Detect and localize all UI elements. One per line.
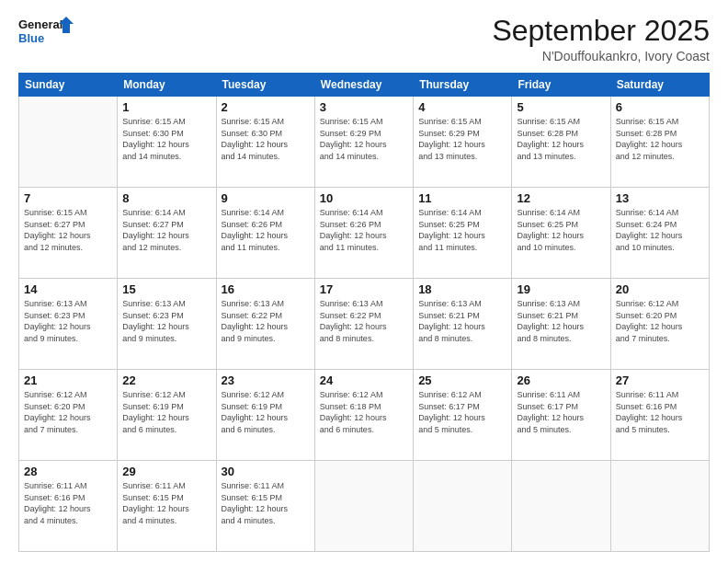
day-info: Sunrise: 6:11 AM Sunset: 6:16 PM Dayligh… [616, 389, 704, 435]
day-number: 7 [24, 191, 112, 205]
calendar-cell: 23Sunrise: 6:12 AM Sunset: 6:19 PM Dayli… [216, 370, 314, 461]
calendar-week-3: 14Sunrise: 6:13 AM Sunset: 6:23 PM Dayli… [19, 279, 710, 370]
day-number: 19 [517, 282, 605, 296]
day-number: 16 [222, 282, 310, 296]
calendar-week-2: 7Sunrise: 6:15 AM Sunset: 6:27 PM Daylig… [19, 188, 710, 279]
calendar-week-4: 21Sunrise: 6:12 AM Sunset: 6:20 PM Dayli… [19, 370, 710, 461]
calendar-cell: 17Sunrise: 6:13 AM Sunset: 6:22 PM Dayli… [314, 279, 413, 370]
day-header-row: Sunday Monday Tuesday Wednesday Thursday… [19, 74, 710, 97]
calendar-cell: 26Sunrise: 6:11 AM Sunset: 6:17 PM Dayli… [512, 370, 610, 461]
header-saturday: Saturday [610, 74, 709, 97]
day-info: Sunrise: 6:14 AM Sunset: 6:25 PM Dayligh… [418, 207, 506, 253]
day-info: Sunrise: 6:14 AM Sunset: 6:26 PM Dayligh… [320, 207, 408, 253]
day-number: 23 [222, 373, 310, 387]
day-number: 24 [320, 373, 408, 387]
header-tuesday: Tuesday [216, 74, 314, 97]
day-number: 27 [616, 373, 704, 387]
day-number: 22 [122, 373, 210, 387]
day-info: Sunrise: 6:15 AM Sunset: 6:30 PM Dayligh… [122, 116, 210, 162]
header-monday: Monday [118, 74, 216, 97]
calendar-cell: 22Sunrise: 6:12 AM Sunset: 6:19 PM Dayli… [118, 370, 216, 461]
day-info: Sunrise: 6:14 AM Sunset: 6:27 PM Dayligh… [122, 207, 210, 253]
calendar-cell: 12Sunrise: 6:14 AM Sunset: 6:25 PM Dayli… [512, 188, 610, 279]
day-number: 25 [418, 373, 506, 387]
day-number: 1 [122, 100, 210, 114]
calendar-cell: 16Sunrise: 6:13 AM Sunset: 6:22 PM Dayli… [216, 279, 314, 370]
day-number: 18 [418, 282, 506, 296]
day-number: 12 [517, 191, 605, 205]
calendar-cell: 2Sunrise: 6:15 AM Sunset: 6:30 PM Daylig… [216, 97, 314, 188]
calendar-cell: 15Sunrise: 6:13 AM Sunset: 6:23 PM Dayli… [118, 279, 216, 370]
header-thursday: Thursday [414, 74, 512, 97]
day-number: 28 [24, 465, 112, 478]
calendar-cell: 1Sunrise: 6:15 AM Sunset: 6:30 PM Daylig… [118, 97, 216, 188]
calendar-cell: 29Sunrise: 6:11 AM Sunset: 6:15 PM Dayli… [118, 461, 216, 552]
day-number: 9 [222, 191, 310, 205]
calendar-cell: 9Sunrise: 6:14 AM Sunset: 6:26 PM Daylig… [216, 188, 314, 279]
day-number: 8 [122, 191, 210, 205]
svg-text:General: General [18, 17, 63, 31]
calendar-cell: 4Sunrise: 6:15 AM Sunset: 6:29 PM Daylig… [414, 97, 512, 188]
day-number: 14 [24, 282, 112, 296]
day-number: 17 [320, 282, 408, 296]
day-info: Sunrise: 6:12 AM Sunset: 6:17 PM Dayligh… [418, 389, 506, 435]
calendar-table: Sunday Monday Tuesday Wednesday Thursday… [18, 73, 710, 552]
day-number: 2 [222, 100, 310, 114]
logo-svg: General Blue [18, 15, 74, 48]
day-number: 3 [320, 100, 408, 114]
calendar-cell: 27Sunrise: 6:11 AM Sunset: 6:16 PM Dayli… [610, 370, 709, 461]
calendar-week-5: 28Sunrise: 6:11 AM Sunset: 6:16 PM Dayli… [19, 461, 710, 552]
calendar-cell [610, 461, 709, 552]
day-number: 15 [122, 282, 210, 296]
day-info: Sunrise: 6:11 AM Sunset: 6:17 PM Dayligh… [517, 389, 605, 435]
calendar-cell: 7Sunrise: 6:15 AM Sunset: 6:27 PM Daylig… [19, 188, 118, 279]
logo: General Blue [18, 15, 74, 48]
calendar-cell [512, 461, 610, 552]
calendar-cell: 3Sunrise: 6:15 AM Sunset: 6:29 PM Daylig… [314, 97, 413, 188]
day-info: Sunrise: 6:12 AM Sunset: 6:20 PM Dayligh… [24, 389, 112, 435]
calendar-cell: 6Sunrise: 6:15 AM Sunset: 6:28 PM Daylig… [610, 97, 709, 188]
day-info: Sunrise: 6:15 AM Sunset: 6:29 PM Dayligh… [320, 116, 408, 162]
day-number: 4 [418, 100, 506, 114]
day-number: 5 [517, 100, 605, 114]
calendar-cell: 11Sunrise: 6:14 AM Sunset: 6:25 PM Dayli… [414, 188, 512, 279]
day-info: Sunrise: 6:13 AM Sunset: 6:21 PM Dayligh… [418, 298, 506, 344]
calendar-cell: 21Sunrise: 6:12 AM Sunset: 6:20 PM Dayli… [19, 370, 118, 461]
svg-text:Blue: Blue [18, 31, 44, 45]
calendar-cell: 5Sunrise: 6:15 AM Sunset: 6:28 PM Daylig… [512, 97, 610, 188]
day-info: Sunrise: 6:13 AM Sunset: 6:22 PM Dayligh… [320, 298, 408, 344]
month-title: September 2025 [492, 15, 710, 47]
day-info: Sunrise: 6:15 AM Sunset: 6:27 PM Dayligh… [24, 207, 112, 253]
calendar-week-1: 1Sunrise: 6:15 AM Sunset: 6:30 PM Daylig… [19, 97, 710, 188]
day-info: Sunrise: 6:13 AM Sunset: 6:21 PM Dayligh… [517, 298, 605, 344]
day-info: Sunrise: 6:12 AM Sunset: 6:20 PM Dayligh… [616, 298, 704, 344]
day-number: 29 [122, 465, 210, 478]
calendar-cell: 14Sunrise: 6:13 AM Sunset: 6:23 PM Dayli… [19, 279, 118, 370]
day-info: Sunrise: 6:15 AM Sunset: 6:29 PM Dayligh… [418, 116, 506, 162]
title-block: September 2025 N'Douffoukankro, Ivory Co… [492, 15, 710, 63]
day-info: Sunrise: 6:13 AM Sunset: 6:23 PM Dayligh… [122, 298, 210, 344]
day-info: Sunrise: 6:13 AM Sunset: 6:23 PM Dayligh… [24, 298, 112, 344]
calendar-cell: 19Sunrise: 6:13 AM Sunset: 6:21 PM Dayli… [512, 279, 610, 370]
day-number: 20 [616, 282, 704, 296]
day-info: Sunrise: 6:12 AM Sunset: 6:19 PM Dayligh… [122, 389, 210, 435]
header-wednesday: Wednesday [314, 74, 413, 97]
header: General Blue September 2025 N'Douffoukan… [18, 15, 710, 63]
calendar-cell: 13Sunrise: 6:14 AM Sunset: 6:24 PM Dayli… [610, 188, 709, 279]
location: N'Douffoukankro, Ivory Coast [492, 49, 710, 63]
header-sunday: Sunday [19, 74, 118, 97]
day-number: 11 [418, 191, 506, 205]
day-info: Sunrise: 6:14 AM Sunset: 6:24 PM Dayligh… [616, 207, 704, 253]
page: General Blue September 2025 N'Douffoukan… [0, 0, 728, 563]
day-info: Sunrise: 6:15 AM Sunset: 6:28 PM Dayligh… [616, 116, 704, 162]
calendar-cell: 10Sunrise: 6:14 AM Sunset: 6:26 PM Dayli… [314, 188, 413, 279]
day-info: Sunrise: 6:13 AM Sunset: 6:22 PM Dayligh… [222, 298, 310, 344]
calendar-cell: 30Sunrise: 6:11 AM Sunset: 6:15 PM Dayli… [216, 461, 314, 552]
day-number: 21 [24, 373, 112, 387]
day-info: Sunrise: 6:11 AM Sunset: 6:15 PM Dayligh… [222, 480, 310, 526]
calendar-cell: 20Sunrise: 6:12 AM Sunset: 6:20 PM Dayli… [610, 279, 709, 370]
day-number: 26 [517, 373, 605, 387]
day-info: Sunrise: 6:14 AM Sunset: 6:26 PM Dayligh… [222, 207, 310, 253]
day-info: Sunrise: 6:12 AM Sunset: 6:19 PM Dayligh… [222, 389, 310, 435]
calendar-cell: 28Sunrise: 6:11 AM Sunset: 6:16 PM Dayli… [19, 461, 118, 552]
